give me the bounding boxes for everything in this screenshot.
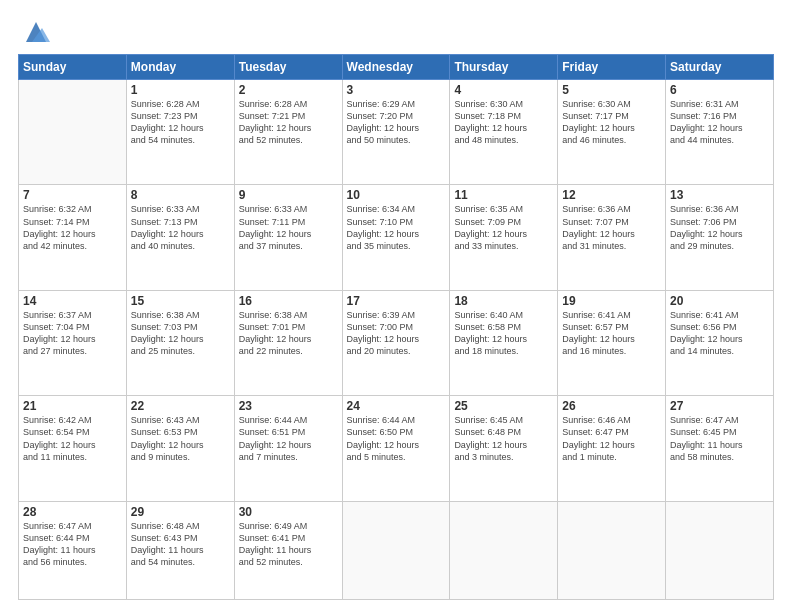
- day-info: Sunrise: 6:44 AM Sunset: 6:51 PM Dayligh…: [239, 414, 338, 463]
- day-info: Sunrise: 6:39 AM Sunset: 7:00 PM Dayligh…: [347, 309, 446, 358]
- day-info: Sunrise: 6:30 AM Sunset: 7:17 PM Dayligh…: [562, 98, 661, 147]
- calendar-table: SundayMondayTuesdayWednesdayThursdayFrid…: [18, 54, 774, 600]
- day-number: 14: [23, 294, 122, 308]
- calendar-cell: 3Sunrise: 6:29 AM Sunset: 7:20 PM Daylig…: [342, 80, 450, 185]
- weekday-header-thursday: Thursday: [450, 55, 558, 80]
- day-number: 23: [239, 399, 338, 413]
- day-number: 13: [670, 188, 769, 202]
- day-number: 10: [347, 188, 446, 202]
- day-number: 24: [347, 399, 446, 413]
- day-info: Sunrise: 6:44 AM Sunset: 6:50 PM Dayligh…: [347, 414, 446, 463]
- day-number: 9: [239, 188, 338, 202]
- day-number: 28: [23, 505, 122, 519]
- day-info: Sunrise: 6:47 AM Sunset: 6:44 PM Dayligh…: [23, 520, 122, 569]
- weekday-header-tuesday: Tuesday: [234, 55, 342, 80]
- day-number: 21: [23, 399, 122, 413]
- calendar-cell: 12Sunrise: 6:36 AM Sunset: 7:07 PM Dayli…: [558, 185, 666, 290]
- day-number: 26: [562, 399, 661, 413]
- day-number: 6: [670, 83, 769, 97]
- calendar-cell: 1Sunrise: 6:28 AM Sunset: 7:23 PM Daylig…: [126, 80, 234, 185]
- calendar-cell: 23Sunrise: 6:44 AM Sunset: 6:51 PM Dayli…: [234, 396, 342, 501]
- day-info: Sunrise: 6:28 AM Sunset: 7:23 PM Dayligh…: [131, 98, 230, 147]
- day-info: Sunrise: 6:38 AM Sunset: 7:01 PM Dayligh…: [239, 309, 338, 358]
- calendar-cell: [666, 501, 774, 599]
- logo: [18, 18, 50, 46]
- day-number: 11: [454, 188, 553, 202]
- day-info: Sunrise: 6:33 AM Sunset: 7:13 PM Dayligh…: [131, 203, 230, 252]
- day-info: Sunrise: 6:48 AM Sunset: 6:43 PM Dayligh…: [131, 520, 230, 569]
- day-number: 27: [670, 399, 769, 413]
- calendar-cell: 27Sunrise: 6:47 AM Sunset: 6:45 PM Dayli…: [666, 396, 774, 501]
- day-number: 8: [131, 188, 230, 202]
- day-info: Sunrise: 6:28 AM Sunset: 7:21 PM Dayligh…: [239, 98, 338, 147]
- calendar-cell: 29Sunrise: 6:48 AM Sunset: 6:43 PM Dayli…: [126, 501, 234, 599]
- day-number: 22: [131, 399, 230, 413]
- day-info: Sunrise: 6:41 AM Sunset: 6:56 PM Dayligh…: [670, 309, 769, 358]
- calendar-week-2: 7Sunrise: 6:32 AM Sunset: 7:14 PM Daylig…: [19, 185, 774, 290]
- calendar-cell: 22Sunrise: 6:43 AM Sunset: 6:53 PM Dayli…: [126, 396, 234, 501]
- weekday-header-wednesday: Wednesday: [342, 55, 450, 80]
- calendar-cell: [19, 80, 127, 185]
- calendar-cell: 24Sunrise: 6:44 AM Sunset: 6:50 PM Dayli…: [342, 396, 450, 501]
- calendar-cell: 15Sunrise: 6:38 AM Sunset: 7:03 PM Dayli…: [126, 290, 234, 395]
- calendar-cell: 21Sunrise: 6:42 AM Sunset: 6:54 PM Dayli…: [19, 396, 127, 501]
- day-number: 30: [239, 505, 338, 519]
- day-number: 19: [562, 294, 661, 308]
- calendar-cell: 20Sunrise: 6:41 AM Sunset: 6:56 PM Dayli…: [666, 290, 774, 395]
- logo-icon: [22, 18, 50, 46]
- weekday-header-friday: Friday: [558, 55, 666, 80]
- day-number: 20: [670, 294, 769, 308]
- day-info: Sunrise: 6:29 AM Sunset: 7:20 PM Dayligh…: [347, 98, 446, 147]
- day-number: 7: [23, 188, 122, 202]
- day-info: Sunrise: 6:47 AM Sunset: 6:45 PM Dayligh…: [670, 414, 769, 463]
- calendar-cell: [342, 501, 450, 599]
- day-info: Sunrise: 6:45 AM Sunset: 6:48 PM Dayligh…: [454, 414, 553, 463]
- day-number: 17: [347, 294, 446, 308]
- calendar-cell: 30Sunrise: 6:49 AM Sunset: 6:41 PM Dayli…: [234, 501, 342, 599]
- calendar-cell: 25Sunrise: 6:45 AM Sunset: 6:48 PM Dayli…: [450, 396, 558, 501]
- day-number: 4: [454, 83, 553, 97]
- calendar-week-5: 28Sunrise: 6:47 AM Sunset: 6:44 PM Dayli…: [19, 501, 774, 599]
- day-info: Sunrise: 6:41 AM Sunset: 6:57 PM Dayligh…: [562, 309, 661, 358]
- day-number: 2: [239, 83, 338, 97]
- calendar-cell: 6Sunrise: 6:31 AM Sunset: 7:16 PM Daylig…: [666, 80, 774, 185]
- day-number: 3: [347, 83, 446, 97]
- day-info: Sunrise: 6:49 AM Sunset: 6:41 PM Dayligh…: [239, 520, 338, 569]
- calendar-cell: 28Sunrise: 6:47 AM Sunset: 6:44 PM Dayli…: [19, 501, 127, 599]
- calendar-cell: 14Sunrise: 6:37 AM Sunset: 7:04 PM Dayli…: [19, 290, 127, 395]
- day-info: Sunrise: 6:37 AM Sunset: 7:04 PM Dayligh…: [23, 309, 122, 358]
- calendar-cell: 17Sunrise: 6:39 AM Sunset: 7:00 PM Dayli…: [342, 290, 450, 395]
- calendar-cell: 26Sunrise: 6:46 AM Sunset: 6:47 PM Dayli…: [558, 396, 666, 501]
- day-number: 29: [131, 505, 230, 519]
- calendar-cell: [450, 501, 558, 599]
- day-info: Sunrise: 6:46 AM Sunset: 6:47 PM Dayligh…: [562, 414, 661, 463]
- day-info: Sunrise: 6:36 AM Sunset: 7:07 PM Dayligh…: [562, 203, 661, 252]
- weekday-header-row: SundayMondayTuesdayWednesdayThursdayFrid…: [19, 55, 774, 80]
- day-info: Sunrise: 6:32 AM Sunset: 7:14 PM Dayligh…: [23, 203, 122, 252]
- calendar-cell: 18Sunrise: 6:40 AM Sunset: 6:58 PM Dayli…: [450, 290, 558, 395]
- day-number: 1: [131, 83, 230, 97]
- calendar-cell: 13Sunrise: 6:36 AM Sunset: 7:06 PM Dayli…: [666, 185, 774, 290]
- calendar-cell: 19Sunrise: 6:41 AM Sunset: 6:57 PM Dayli…: [558, 290, 666, 395]
- day-number: 18: [454, 294, 553, 308]
- day-info: Sunrise: 6:40 AM Sunset: 6:58 PM Dayligh…: [454, 309, 553, 358]
- day-info: Sunrise: 6:31 AM Sunset: 7:16 PM Dayligh…: [670, 98, 769, 147]
- page: SundayMondayTuesdayWednesdayThursdayFrid…: [0, 0, 792, 612]
- day-info: Sunrise: 6:43 AM Sunset: 6:53 PM Dayligh…: [131, 414, 230, 463]
- day-number: 16: [239, 294, 338, 308]
- day-info: Sunrise: 6:38 AM Sunset: 7:03 PM Dayligh…: [131, 309, 230, 358]
- calendar-week-4: 21Sunrise: 6:42 AM Sunset: 6:54 PM Dayli…: [19, 396, 774, 501]
- calendar-cell: 2Sunrise: 6:28 AM Sunset: 7:21 PM Daylig…: [234, 80, 342, 185]
- calendar-week-3: 14Sunrise: 6:37 AM Sunset: 7:04 PM Dayli…: [19, 290, 774, 395]
- day-info: Sunrise: 6:36 AM Sunset: 7:06 PM Dayligh…: [670, 203, 769, 252]
- calendar-cell: 8Sunrise: 6:33 AM Sunset: 7:13 PM Daylig…: [126, 185, 234, 290]
- calendar-cell: 5Sunrise: 6:30 AM Sunset: 7:17 PM Daylig…: [558, 80, 666, 185]
- calendar-cell: 16Sunrise: 6:38 AM Sunset: 7:01 PM Dayli…: [234, 290, 342, 395]
- day-info: Sunrise: 6:42 AM Sunset: 6:54 PM Dayligh…: [23, 414, 122, 463]
- calendar-cell: 4Sunrise: 6:30 AM Sunset: 7:18 PM Daylig…: [450, 80, 558, 185]
- day-info: Sunrise: 6:30 AM Sunset: 7:18 PM Dayligh…: [454, 98, 553, 147]
- day-number: 15: [131, 294, 230, 308]
- day-info: Sunrise: 6:33 AM Sunset: 7:11 PM Dayligh…: [239, 203, 338, 252]
- calendar-cell: 7Sunrise: 6:32 AM Sunset: 7:14 PM Daylig…: [19, 185, 127, 290]
- day-number: 5: [562, 83, 661, 97]
